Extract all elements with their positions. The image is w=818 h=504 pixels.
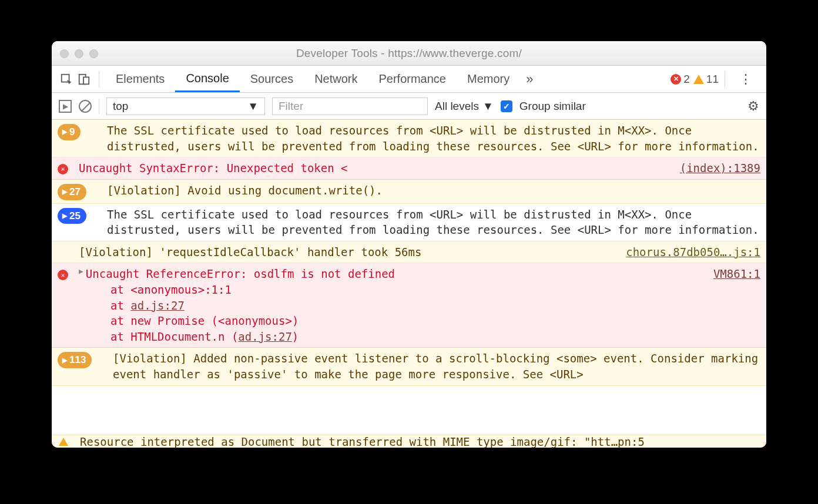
minimize-window-button[interactable] [75, 49, 83, 58]
titlebar: Developer Tools - https://www.theverge.c… [52, 41, 766, 66]
window-title: Developer Tools - https://www.theverge.c… [296, 47, 522, 60]
message-text: Uncaught SyntaxError: Unexpected token < [79, 160, 671, 176]
message-source-link[interactable]: chorus.87db050….js:1 [616, 244, 760, 260]
message-text: [Violation] Added non-passive event list… [113, 351, 760, 382]
tab-sources[interactable]: Sources [240, 66, 304, 92]
message-text: Uncaught ReferenceError: osdlfm is not d… [86, 266, 704, 282]
clear-console-button[interactable] [79, 100, 92, 113]
console-message: 113 [Violation] Added non-passive event … [52, 348, 766, 385]
log-levels-label: All levels [435, 100, 479, 113]
console-message: 9 The SSL certificate used to load resou… [52, 120, 766, 157]
context-selector[interactable]: top ▼ [106, 98, 265, 115]
separator [99, 71, 99, 88]
close-window-button[interactable] [60, 49, 69, 58]
main-tabbar: Elements Console Sources Network Perform… [52, 66, 766, 93]
toggle-console-sidebar-button[interactable]: ▶ [59, 100, 72, 113]
error-icon [671, 74, 681, 85]
message-source-link[interactable]: (index):1389 [671, 160, 760, 176]
message-text: Resource interpreted as Document but tra… [80, 435, 645, 448]
device-toolbar-icon[interactable] [75, 70, 93, 88]
console-message: 27 [Violation] Avoid using document.writ… [52, 180, 766, 204]
context-selector-value: top [113, 100, 128, 113]
separator [725, 71, 725, 88]
expand-toggle-icon[interactable]: ▶ [79, 266, 83, 282]
console-message-partial: Resource interpreted as Document but tra… [52, 435, 766, 448]
chevron-down-icon: ▼ [482, 100, 494, 113]
message-count-pill[interactable]: 25 [58, 208, 86, 224]
error-count[interactable]: 2 [671, 73, 690, 86]
tab-memory[interactable]: Memory [457, 66, 520, 92]
separator [99, 99, 99, 114]
group-similar-label: Group similar [519, 100, 586, 113]
tab-network[interactable]: Network [304, 66, 368, 92]
message-source-link[interactable]: VM861:1 [704, 266, 760, 282]
console-message: Uncaught SyntaxError: Unexpected token <… [52, 157, 766, 180]
svg-rect-2 [83, 77, 89, 84]
error-count-value: 2 [683, 73, 690, 86]
zoom-window-button[interactable] [89, 49, 98, 58]
message-text: [Violation] Avoid using document.write()… [107, 183, 760, 200]
tab-elements[interactable]: Elements [105, 66, 175, 92]
console-message: ▶ Uncaught ReferenceError: osdlfm is not… [52, 263, 766, 348]
chevron-down-icon: ▼ [247, 100, 259, 113]
stack-link[interactable]: ad.js:27 [130, 299, 185, 312]
warning-count[interactable]: 11 [693, 73, 719, 86]
tab-performance[interactable]: Performance [368, 66, 457, 92]
error-icon [58, 270, 68, 280]
devtools-window: Developer Tools - https://www.theverge.c… [52, 41, 766, 448]
window-controls [60, 49, 98, 58]
log-levels-selector[interactable]: All levels ▼ [435, 100, 494, 113]
inspect-element-icon[interactable] [58, 70, 75, 88]
console-message: 25 The SSL certificate used to load reso… [52, 204, 766, 241]
panel-tabs: Elements Console Sources Network Perform… [105, 66, 520, 92]
warning-count-value: 11 [706, 73, 719, 86]
console-message: [Violation] 'requestIdleCallback' handle… [52, 241, 766, 264]
message-text: The SSL certificate used to load resourc… [107, 207, 760, 238]
more-tabs-button[interactable]: » [520, 72, 539, 87]
tab-console[interactable]: Console [175, 66, 239, 92]
error-icon [58, 164, 68, 174]
filter-input[interactable] [272, 98, 428, 115]
warning-icon [59, 438, 68, 446]
console-output[interactable]: 9 The SSL certificate used to load resou… [52, 120, 766, 448]
group-similar-checkbox[interactable] [501, 100, 512, 112]
message-count-pill[interactable]: 9 [58, 124, 81, 140]
settings-menu-button[interactable]: ⋮ [731, 72, 760, 87]
issue-counts: 2 11 [671, 73, 719, 86]
message-count-pill[interactable]: 113 [58, 352, 92, 368]
stack-link[interactable]: ad.js:27 [238, 330, 292, 343]
console-toolbar: ▶ top ▼ All levels ▼ Group similar ⚙ [52, 93, 766, 120]
stack-trace: at <anonymous>:1:1 at ad.js:27 at new Pr… [55, 282, 760, 344]
message-text: [Violation] 'requestIdleCallback' handle… [79, 244, 616, 260]
warning-icon [693, 75, 704, 84]
message-count-pill[interactable]: 27 [58, 184, 86, 200]
console-settings-button[interactable]: ⚙ [747, 99, 759, 114]
message-text: The SSL certificate used to load resourc… [107, 123, 760, 154]
